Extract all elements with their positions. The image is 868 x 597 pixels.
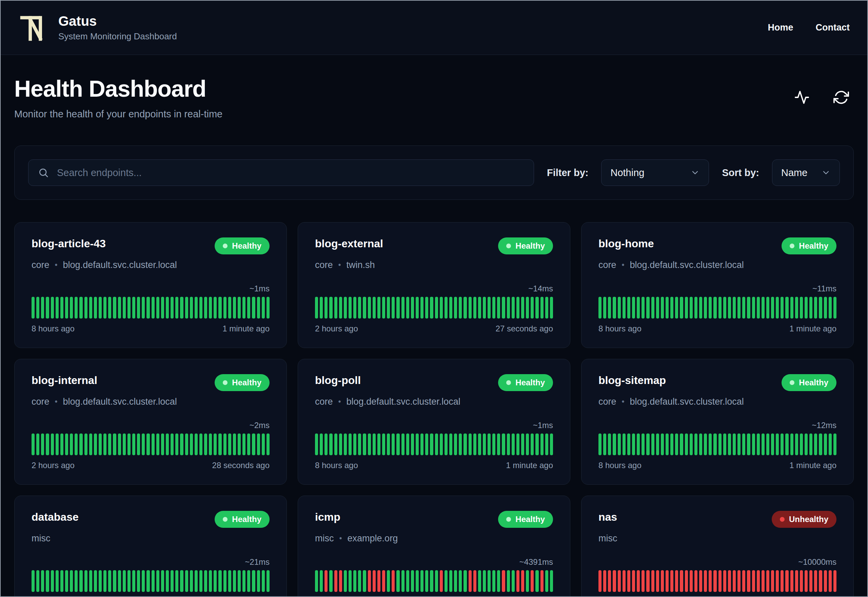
uptime-bar xyxy=(833,570,837,592)
uptime-bar xyxy=(416,570,419,592)
nav-link-contact[interactable]: Contact xyxy=(816,22,850,33)
uptime-bar xyxy=(238,434,241,455)
uptime-bar xyxy=(41,570,44,592)
uptime-bar xyxy=(46,570,49,592)
endpoint-meta: core • blog.default.svc.cluster.local xyxy=(598,260,837,270)
history-start-time: 2 hours ago xyxy=(31,460,75,470)
uptime-bar xyxy=(535,570,538,592)
status-badge: Healthy xyxy=(498,238,553,254)
uptime-bar xyxy=(396,434,399,455)
uptime-bar xyxy=(60,434,64,455)
uptime-bar xyxy=(257,434,260,455)
uptime-bar xyxy=(89,570,92,592)
uptime-bar xyxy=(718,570,721,592)
uptime-bar xyxy=(378,297,381,319)
uptime-bar xyxy=(613,434,616,455)
endpoint-group: core xyxy=(598,260,616,270)
endpoint-card[interactable]: nas Unhealthy misc • ~10000ms 8 hours ag… xyxy=(581,496,854,597)
uptime-bar xyxy=(492,297,495,319)
uptime-bar xyxy=(262,434,265,455)
page-actions xyxy=(794,89,849,105)
uptime-bar xyxy=(199,297,202,319)
uptime-bar xyxy=(666,297,669,319)
endpoint-meta: core • twin.sh xyxy=(315,260,553,270)
latency-label: ~14ms xyxy=(315,284,553,293)
uptime-bar xyxy=(699,297,702,319)
endpoint-meta: core • blog.default.svc.cluster.local xyxy=(31,397,270,407)
uptime-bar xyxy=(228,297,231,319)
uptime-bar xyxy=(444,570,447,592)
refresh-icon[interactable] xyxy=(833,89,849,105)
app-title: Gatus xyxy=(58,13,177,28)
uptime-bar xyxy=(795,434,798,455)
uptime-bar xyxy=(190,434,193,455)
uptime-bar xyxy=(175,434,178,455)
activity-icon[interactable] xyxy=(794,89,810,105)
uptime-bar xyxy=(819,570,822,592)
endpoint-card[interactable]: blog-internal Healthy core • blog.defaul… xyxy=(14,359,287,485)
uptime-bars xyxy=(31,570,270,592)
endpoint-name: blog-home xyxy=(598,238,654,250)
uptime-bar xyxy=(507,434,510,455)
uptime-bar xyxy=(824,570,827,592)
uptime-bar xyxy=(170,434,173,455)
uptime-bar xyxy=(545,570,548,592)
endpoint-card[interactable]: icmp Healthy misc • example.org ~4391ms … xyxy=(298,496,570,597)
uptime-bar xyxy=(94,297,97,319)
uptime-bar xyxy=(358,434,361,455)
endpoint-host: twin.sh xyxy=(347,260,375,270)
uptime-bar xyxy=(175,297,178,319)
uptime-bar xyxy=(75,570,78,592)
uptime-bar xyxy=(516,570,520,592)
endpoint-card[interactable]: database Healthy misc • ~21ms 8 hours ag… xyxy=(14,496,287,597)
uptime-bar xyxy=(99,570,102,592)
uptime-bar xyxy=(401,297,404,319)
endpoint-card[interactable]: blog-external Healthy core • twin.sh ~14… xyxy=(298,222,570,348)
status-dot-icon xyxy=(789,244,794,248)
uptime-bar xyxy=(752,570,755,592)
uptime-bar xyxy=(368,570,371,592)
endpoint-card[interactable]: blog-sitemap Healthy core • blog.default… xyxy=(581,359,854,485)
chevron-down-icon xyxy=(690,168,700,177)
history-end-time: 1 minute ago xyxy=(222,324,270,333)
uptime-bar xyxy=(690,570,693,592)
uptime-bar xyxy=(738,434,741,455)
uptime-bar xyxy=(147,297,150,319)
card-header: blog-external Healthy xyxy=(315,238,553,254)
uptime-bar xyxy=(603,297,606,319)
uptime-bar xyxy=(79,297,82,319)
uptime-bar xyxy=(670,297,673,319)
uptime-bar xyxy=(267,570,270,592)
status-dot-icon xyxy=(506,517,511,522)
uptime-bar xyxy=(512,434,515,455)
uptime-bar xyxy=(324,297,327,319)
uptime-bar xyxy=(435,434,438,455)
uptime-bar xyxy=(704,570,707,592)
uptime-bar xyxy=(675,297,678,319)
endpoint-card[interactable]: blog-article-43 Healthy core • blog.defa… xyxy=(14,222,287,348)
uptime-bar xyxy=(113,297,116,319)
uptime-bar xyxy=(761,297,764,319)
uptime-bar xyxy=(368,297,371,319)
uptime-bar xyxy=(603,570,606,592)
uptime-bar xyxy=(507,570,510,592)
uptime-bar xyxy=(781,434,784,455)
endpoint-card[interactable]: blog-home Healthy core • blog.default.sv… xyxy=(581,222,854,348)
filter-by-label: Filter by: xyxy=(547,167,588,178)
uptime-bar xyxy=(421,297,424,319)
filter-dropdown[interactable]: Nothing xyxy=(601,159,709,186)
endpoint-card[interactable]: blog-poll Healthy core • blog.default.sv… xyxy=(298,359,570,485)
status-label: Healthy xyxy=(515,378,545,388)
uptime-bar xyxy=(320,434,323,455)
uptime-bar xyxy=(483,297,486,319)
endpoint-name: nas xyxy=(598,511,617,523)
uptime-bar xyxy=(406,297,409,319)
uptime-bar xyxy=(421,434,424,455)
nav-link-home[interactable]: Home xyxy=(768,22,793,33)
search-input[interactable] xyxy=(56,167,524,179)
uptime-bar xyxy=(199,434,202,455)
sort-dropdown[interactable]: Name xyxy=(772,159,840,186)
uptime-bar xyxy=(637,297,640,319)
uptime-bar xyxy=(704,297,707,319)
uptime-bar xyxy=(613,297,616,319)
